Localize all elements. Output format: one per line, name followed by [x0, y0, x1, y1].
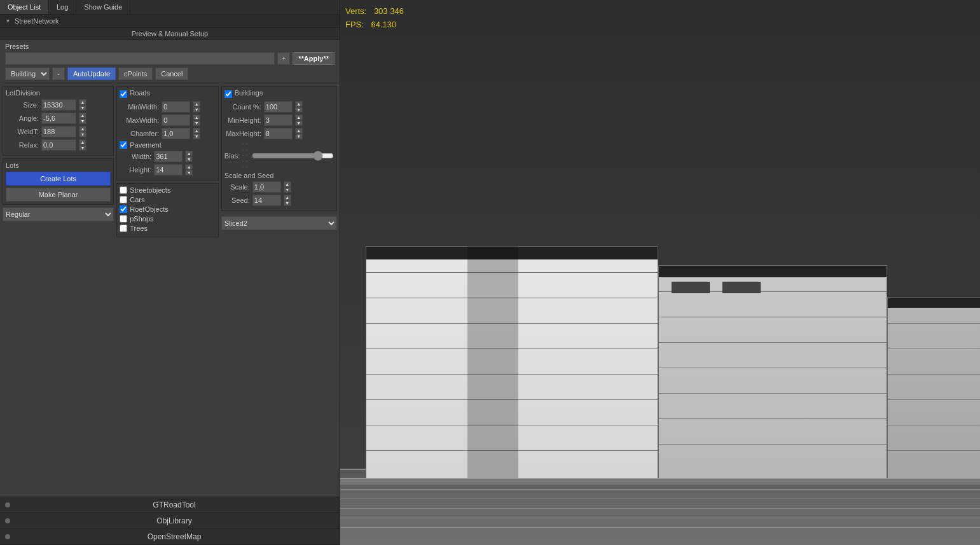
- height-up[interactable]: ▲: [185, 164, 193, 170]
- regular-dropdown[interactable]: Regular: [3, 207, 114, 221]
- streetobjects-checkbox[interactable]: [120, 186, 127, 194]
- pavement-checkbox[interactable]: [120, 141, 127, 149]
- tab-log[interactable]: Log: [49, 0, 76, 14]
- size-label: Size:: [6, 101, 39, 109]
- cars-checkbox[interactable]: [120, 196, 127, 204]
- minwidth-down[interactable]: ▼: [193, 107, 200, 113]
- mid-floor-2: [659, 317, 887, 317]
- size-down[interactable]: ▼: [79, 105, 86, 111]
- weldt-row: WeldT: ▲ ▼: [6, 126, 111, 137]
- objlibrary-section[interactable]: ObjLibrary: [0, 513, 340, 529]
- maxheight-input[interactable]: [264, 128, 293, 139]
- relax-input[interactable]: [41, 139, 76, 151]
- presets-label: Presets: [5, 43, 335, 50]
- count-input[interactable]: [264, 101, 293, 113]
- maxheight-spinner: ▲ ▼: [295, 128, 303, 139]
- relax-row: Relax: ▲ ▼: [6, 139, 111, 151]
- create-lots-button[interactable]: Create Lots: [6, 172, 111, 186]
- col2: Roads MinWidth: ▲ ▼ MaxWidth: ▲ ▼: [116, 86, 219, 494]
- seed-down[interactable]: ▼: [284, 200, 291, 206]
- lots-section: Lots Create Lots Make Planar: [3, 158, 114, 205]
- angle-down[interactable]: ▼: [79, 118, 86, 124]
- scale-down[interactable]: ▼: [284, 187, 291, 193]
- minwidth-input[interactable]: [162, 101, 190, 113]
- minheight-up[interactable]: ▲: [295, 114, 303, 120]
- maxheight-down[interactable]: ▼: [295, 134, 303, 139]
- chamfer-down[interactable]: ▼: [193, 134, 200, 139]
- make-planar-button[interactable]: Make Planar: [6, 188, 111, 202]
- viewport-stats: Verts: 303 346 FPS: 64.130: [345, 5, 404, 32]
- trees-checkbox[interactable]: [120, 224, 127, 232]
- openstreetmap-section[interactable]: OpenStreetMap: [0, 529, 340, 545]
- scale-up[interactable]: ▲: [284, 181, 291, 187]
- right-viewport[interactable]: Verts: 303 346 FPS: 64.130: [340, 0, 980, 545]
- weldt-up[interactable]: ▲: [79, 126, 86, 132]
- sliced2-dropdown[interactable]: Sliced2: [221, 216, 337, 230]
- road-line-5: [340, 518, 980, 518]
- angle-input[interactable]: [41, 113, 76, 124]
- weldt-down[interactable]: ▼: [79, 132, 86, 137]
- angle-up[interactable]: ▲: [79, 113, 86, 118]
- streetnetwork-section-header[interactable]: ▼ StreetNetwork: [0, 15, 340, 28]
- maxwidth-row: MaxWidth: ▲ ▼: [120, 114, 216, 126]
- chamfer-up[interactable]: ▲: [193, 128, 200, 134]
- angle-row: Angle: ▲ ▼: [6, 113, 111, 124]
- bias-slider[interactable]: [252, 151, 334, 160]
- weldt-input[interactable]: [41, 126, 76, 137]
- height-input[interactable]: [154, 164, 183, 176]
- buildings-checkbox[interactable]: [224, 90, 232, 98]
- cancel-button[interactable]: Cancel: [155, 67, 188, 80]
- relax-up[interactable]: ▲: [79, 139, 86, 145]
- autoupdate-button[interactable]: AutoUpdate: [67, 67, 116, 80]
- apply-button[interactable]: **Apply**: [293, 52, 335, 65]
- size-up[interactable]: ▲: [79, 99, 86, 105]
- maxwidth-down[interactable]: ▼: [193, 120, 200, 126]
- window-1: [672, 282, 710, 293]
- cpoints-button[interactable]: cPoints: [118, 67, 153, 80]
- count-down[interactable]: ▼: [295, 107, 303, 113]
- mid-floor-6: [659, 418, 887, 419]
- maxwidth-input[interactable]: [162, 114, 190, 126]
- streetnetwork-title: StreetNetwork: [15, 17, 59, 25]
- subsection-title: Preview & Manual Setup: [0, 28, 340, 40]
- preset-minus-button[interactable]: -: [52, 67, 65, 80]
- scale-input[interactable]: [252, 181, 281, 193]
- right-floor-2: [888, 348, 980, 349]
- maxheight-up[interactable]: ▲: [295, 128, 303, 134]
- relax-down[interactable]: ▼: [79, 145, 86, 151]
- height-spinner: ▲ ▼: [185, 164, 193, 176]
- cars-label: Cars: [130, 196, 144, 204]
- seed-input[interactable]: [252, 195, 281, 206]
- pshops-checkbox[interactable]: [120, 215, 127, 223]
- sidewalk-strip: [340, 478, 980, 485]
- presets-section: Presets + **Apply** Building - AutoUpdat…: [0, 40, 340, 83]
- minheight-input[interactable]: [264, 114, 293, 126]
- seed-up[interactable]: ▲: [284, 195, 291, 200]
- width-input[interactable]: [154, 151, 183, 162]
- relax-label: Relax:: [6, 141, 39, 149]
- building-middle-top: [659, 266, 887, 277]
- preset-add-button[interactable]: +: [277, 52, 290, 65]
- gtroadtool-section[interactable]: GTRoadTool: [0, 497, 340, 513]
- maxwidth-up[interactable]: ▲: [193, 114, 200, 120]
- tab-show-guide[interactable]: Show Guide: [76, 0, 130, 14]
- streetobjects-section: Streetobjects Cars RoefObjects pShops Tr…: [116, 183, 219, 237]
- roofobjects-checkbox[interactable]: [120, 205, 127, 213]
- preset-input[interactable]: [5, 52, 275, 65]
- width-down[interactable]: ▼: [185, 156, 193, 162]
- height-down[interactable]: ▼: [185, 170, 193, 176]
- count-up[interactable]: ▲: [295, 101, 303, 107]
- tab-object-list[interactable]: Object List: [0, 0, 49, 14]
- gtroadtool-dot: [5, 502, 10, 507]
- size-input[interactable]: [41, 99, 76, 111]
- fps-value: 64.130: [371, 20, 397, 29]
- gtroadtool-name: GTRoadTool: [14, 500, 335, 509]
- building-dropdown[interactable]: Building: [5, 67, 50, 80]
- minheight-down[interactable]: ▼: [295, 120, 303, 126]
- width-up[interactable]: ▲: [185, 151, 193, 156]
- minwidth-up[interactable]: ▲: [193, 101, 200, 107]
- roads-checkbox[interactable]: [120, 90, 127, 98]
- pavement-row: Pavement: [120, 141, 216, 149]
- bias-dots: · · · · · · · · · ·: [242, 141, 249, 170]
- chamfer-input[interactable]: [162, 128, 190, 139]
